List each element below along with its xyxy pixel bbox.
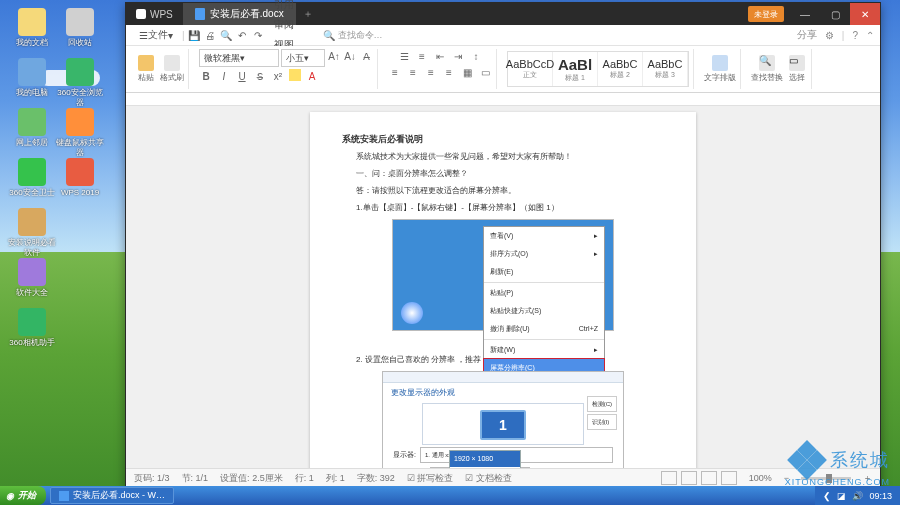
display-label: 显示器: xyxy=(393,448,416,462)
font-color-icon[interactable]: A xyxy=(305,69,319,83)
start-button[interactable]: ◉ 开始 xyxy=(0,486,46,505)
italic-icon[interactable]: I xyxy=(217,69,231,83)
style-gallery[interactable]: AaBbCcD正文AaBl标题 1AaBbC标题 2AaBbC标题 3 xyxy=(507,51,689,87)
share-button[interactable]: 分享 xyxy=(797,28,817,42)
menu-审阅[interactable]: 审阅 xyxy=(267,15,321,35)
clear-format-icon[interactable]: A̶ xyxy=(359,49,373,63)
desktop-icon-6[interactable]: 360相机助手 xyxy=(8,308,56,348)
ctx-item[interactable]: 新建(W)▸ xyxy=(484,341,604,359)
ctx-item[interactable]: 排序方式(O)▸ xyxy=(484,245,604,263)
watermark-url: XITONGCHENG.COM xyxy=(785,477,890,487)
desktop-icon-7[interactable]: 回收站 xyxy=(56,8,104,48)
ctx-item[interactable]: 粘贴快捷方式(S) xyxy=(484,302,604,320)
style-标题 1[interactable]: AaBl标题 1 xyxy=(553,52,598,86)
resolution-options-list[interactable]: 1920 × 10801680 × 10501600 × 9001400 × 1… xyxy=(449,450,521,468)
menubar: ☰ 文件 ▾ | 💾 🖨 🔍 ↶ ↷ 开始插入页面布局引用审阅视图章节安全开发工… xyxy=(126,25,880,46)
grow-font-icon[interactable]: A↑ xyxy=(327,49,341,63)
indent-inc-icon[interactable]: ⇥ xyxy=(451,49,465,63)
doccheck-toggle[interactable]: ☑ 文档检查 xyxy=(465,472,512,485)
view-page-icon[interactable] xyxy=(661,471,677,485)
desktop-icon-8[interactable]: 360安全浏览器 xyxy=(56,58,104,108)
spellcheck-toggle[interactable]: ☑ 拼写检查 xyxy=(407,472,454,485)
view-web-icon[interactable] xyxy=(701,471,717,485)
style-标题 2[interactable]: AaBbC标题 2 xyxy=(598,52,643,86)
settings-icon[interactable]: ⚙ xyxy=(825,30,834,41)
bullets-icon[interactable]: ☰ xyxy=(397,49,411,63)
numbering-icon[interactable]: ≡ xyxy=(415,49,429,63)
tray-clock[interactable]: 09:13 xyxy=(869,491,892,501)
align-right-icon[interactable]: ≡ xyxy=(424,65,438,79)
save-icon[interactable]: 💾 xyxy=(187,28,201,42)
tray-volume-icon[interactable]: 🔊 xyxy=(852,491,863,501)
shrink-font-icon[interactable]: A↓ xyxy=(343,49,357,63)
view-outline-icon[interactable] xyxy=(681,471,697,485)
undo-icon[interactable]: ↶ xyxy=(235,28,249,42)
ctx-item[interactable]: 粘贴(P) xyxy=(484,284,604,302)
style-标题 3[interactable]: AaBbC标题 3 xyxy=(643,52,688,86)
res-option[interactable]: 1920 × 1080 xyxy=(450,451,520,467)
paragraph: 1.单击【桌面】-【鼠标右键】-【屏幕分辨率】（如图 1） xyxy=(342,201,664,215)
ctx-item[interactable]: 撤消 删除(U)Ctrl+Z xyxy=(484,320,604,338)
paragraph: 答：请按照以下流程更改适合的屏幕分辨率。 xyxy=(342,184,664,198)
desktop-icon-5[interactable]: 软件大全 xyxy=(8,258,56,298)
superscript-icon[interactable]: x² xyxy=(271,69,285,83)
tray-network-icon[interactable]: ◪ xyxy=(837,491,846,501)
shading-icon[interactable]: ▦ xyxy=(460,65,474,79)
underline-icon[interactable]: U xyxy=(235,69,249,83)
font-size-dropdown[interactable]: 小五 ▾ xyxy=(281,49,325,67)
preview-icon[interactable]: 🔍 xyxy=(219,28,233,42)
desktop-icon-3[interactable]: 360安全卫士 xyxy=(8,158,56,198)
identify-button[interactable]: 识别(I) xyxy=(587,414,617,430)
minimize-button[interactable]: — xyxy=(790,3,820,25)
tray-icon[interactable]: ❮ xyxy=(823,491,831,501)
section-indicator: 节: 1/1 xyxy=(182,472,209,485)
indent-dec-icon[interactable]: ⇤ xyxy=(433,49,447,63)
text-layout-button[interactable]: 文字排版 xyxy=(704,55,736,83)
ribbon-toggle-icon[interactable]: ⌃ xyxy=(866,30,874,41)
close-button[interactable]: ✕ xyxy=(850,3,880,25)
wps-home-tab[interactable]: WPS xyxy=(126,3,183,25)
taskbar-item-wps[interactable]: 安装后必看.docx - W… xyxy=(50,487,174,504)
find-replace-button[interactable]: 🔍查找替换 xyxy=(751,55,783,83)
style-正文[interactable]: AaBbCcD正文 xyxy=(508,52,553,86)
borders-icon[interactable]: ▭ xyxy=(478,65,492,79)
file-menu[interactable]: ☰ 文件 ▾ xyxy=(132,25,180,45)
strike-icon[interactable]: S̶ xyxy=(253,69,267,83)
start-orb-icon xyxy=(401,302,423,324)
vip-login-button[interactable]: 未登录 xyxy=(748,6,784,22)
doc-icon xyxy=(195,8,205,20)
menu-引用[interactable]: 引用 xyxy=(267,0,321,15)
watermark: 系统城 xyxy=(790,443,890,477)
highlight-icon[interactable] xyxy=(289,69,301,81)
view-read-icon[interactable] xyxy=(721,471,737,485)
ctx-item[interactable]: 查看(V)▸ xyxy=(484,227,604,245)
ruler xyxy=(126,93,880,106)
system-tray[interactable]: ❮ ◪ 🔊 09:13 xyxy=(815,486,900,505)
res-option[interactable]: 1680 × 1050 xyxy=(450,467,520,468)
desktop-icon-9[interactable]: 键盘鼠标共享器 xyxy=(56,108,104,158)
monitor-icon: 1 xyxy=(480,410,526,440)
detect-button[interactable]: 检测(C) xyxy=(587,396,617,412)
paste-button[interactable]: 粘贴 xyxy=(136,55,156,83)
align-justify-icon[interactable]: ≡ xyxy=(442,65,456,79)
help-icon[interactable]: ? xyxy=(852,30,858,41)
bold-icon[interactable]: B xyxy=(199,69,213,83)
align-center-icon[interactable]: ≡ xyxy=(406,65,420,79)
font-name-dropdown[interactable]: 微软雅黑 ▾ xyxy=(199,49,279,67)
select-button[interactable]: ▭选择 xyxy=(787,55,807,83)
ctx-item[interactable]: 刷新(E) xyxy=(484,263,604,281)
desktop-icon-2[interactable]: 网上邻居 xyxy=(8,108,56,148)
desktop-icon-0[interactable]: 我的文档 xyxy=(8,8,56,48)
linespace-icon[interactable]: ↕ xyxy=(469,49,483,63)
format-painter-button[interactable]: 格式刷 xyxy=(160,55,184,83)
redo-icon[interactable]: ↷ xyxy=(251,28,265,42)
desktop-icon-4[interactable]: 安装说明必看软件 xyxy=(8,208,56,258)
print-icon[interactable]: 🖨 xyxy=(203,28,217,42)
maximize-button[interactable]: ▢ xyxy=(820,3,850,25)
desktop-icon-1[interactable]: 我的电脑 xyxy=(8,58,56,98)
desktop-icon-10[interactable]: WPS 2019 xyxy=(56,158,104,198)
align-left-icon[interactable]: ≡ xyxy=(388,65,402,79)
zoom-value[interactable]: 100% xyxy=(749,473,772,483)
screenshot-resolution-panel: 更改显示器的外观 1 检测(C) 识别(I) 显示器: 1. 通用 xxx 显示… xyxy=(382,371,624,468)
command-search[interactable]: 🔍查找命令… xyxy=(323,29,383,42)
